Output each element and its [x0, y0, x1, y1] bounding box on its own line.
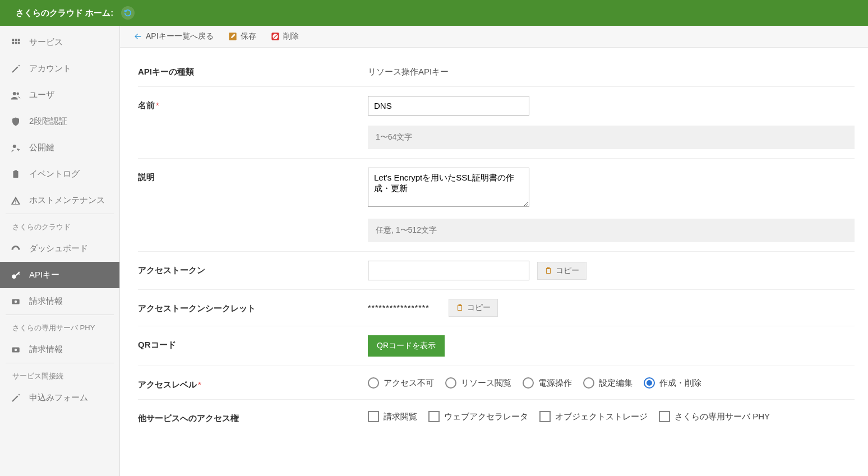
- sidebar-item-label: ダッシュボード: [29, 243, 88, 254]
- radio-icon: [445, 377, 456, 389]
- svg-point-8: [13, 145, 16, 148]
- svg-rect-0: [12, 39, 14, 41]
- checkbox-other-access[interactable]: オブジェクトストレージ: [539, 411, 648, 422]
- save-button[interactable]: 保存: [228, 31, 256, 41]
- checkbox-other-access[interactable]: 請求閲覧: [368, 411, 417, 422]
- users-icon: [10, 90, 21, 100]
- checkbox-icon: [659, 411, 670, 422]
- input-description[interactable]: Let's Encryptを用いたSSL証明書の作成・更新: [368, 168, 529, 207]
- radio-access-level[interactable]: 電源操作: [523, 377, 572, 389]
- sidebar-item-label: ホストメンテナンス: [29, 195, 105, 206]
- sidebar-item-label: 申込みフォーム: [29, 392, 88, 403]
- clipboard-icon: [544, 267, 552, 275]
- sidebar-item-billing[interactable]: 請求情報: [0, 288, 119, 315]
- back-link[interactable]: APIキー一覧へ戻る: [133, 31, 214, 41]
- sidebar-item-label: ユーザ: [29, 90, 54, 100]
- row-name: 名前* 1〜64文字: [138, 87, 855, 159]
- svg-rect-1: [15, 39, 17, 41]
- radio-access-level[interactable]: アクセス不可: [368, 377, 434, 389]
- sidebar-item-2fa[interactable]: 2段階認証: [0, 108, 119, 135]
- sidebar-item-label: APIキー: [29, 270, 59, 280]
- row-other-access: 他サービスへのアクセス権 請求閲覧ウェブアクセラレータオブジェクトストレージさく…: [138, 400, 855, 433]
- radio-access-level[interactable]: 作成・削除: [644, 377, 701, 389]
- sidebar-item-account[interactable]: アカウント: [0, 56, 119, 82]
- label-qr: QRコード: [138, 335, 368, 350]
- topbar: さくらのクラウド ホーム:: [0, 0, 868, 26]
- row-access-level: アクセスレベル* アクセス不可リソース閲覧電源操作設定編集作成・削除: [138, 366, 855, 400]
- checkbox-other-access[interactable]: さくらの専用サーバ PHY: [659, 411, 770, 422]
- checkbox-icon: [368, 411, 379, 422]
- copy-label: コピー: [556, 266, 579, 276]
- svg-rect-5: [18, 41, 20, 44]
- svg-point-14: [12, 274, 16, 279]
- sidebar-item-host-maint[interactable]: ホストメンテナンス: [0, 187, 119, 214]
- checkbox-icon: [539, 411, 551, 422]
- label-other-access: 他サービスへのアクセス権: [138, 409, 368, 424]
- sidebar-item-event-log[interactable]: イベントログ: [0, 161, 119, 187]
- radio-access-level[interactable]: 設定編集: [583, 377, 632, 389]
- hint-description: 任意, 1〜512文字: [368, 219, 855, 242]
- row-apikey-type: APIキーの種類 リソース操作APIキー: [138, 53, 855, 87]
- warn-icon: [10, 196, 21, 206]
- refresh-icon: [124, 9, 132, 17]
- radio-label: アクセス不可: [384, 378, 434, 389]
- bill-icon: [10, 345, 21, 355]
- th-icon: [10, 38, 21, 48]
- toolbar: APIキー一覧へ戻る 保存 削除: [120, 26, 868, 48]
- key-icon: [10, 270, 21, 280]
- sidebar-item-api-key[interactable]: APIキー: [0, 262, 119, 288]
- checkbox-label: さくらの専用サーバ PHY: [675, 412, 770, 422]
- secret-mask: *****************: [368, 303, 430, 312]
- svg-rect-4: [15, 41, 17, 44]
- svg-rect-2: [18, 39, 20, 41]
- radio-icon: [644, 377, 655, 389]
- sidebar-group-label: さくらの専用サーバ PHY: [6, 315, 114, 336]
- label-name: 名前*: [138, 96, 368, 111]
- sidebar-item-label: アカウント: [29, 63, 71, 74]
- svg-point-6: [13, 92, 16, 95]
- radio-access-level[interactable]: リソース閲覧: [445, 377, 511, 389]
- input-name[interactable]: [368, 96, 529, 115]
- gauge-icon: [10, 244, 21, 254]
- checkbox-label: ウェブアクセラレータ: [444, 412, 528, 422]
- label-description: 説明: [138, 168, 368, 183]
- delete-label: 削除: [283, 31, 299, 41]
- label-apikey-type: APIキーの種類: [138, 62, 368, 77]
- sidebar-item-user[interactable]: ユーザ: [0, 82, 119, 108]
- checkbox-label: 請求閲覧: [384, 412, 417, 422]
- save-label: 保存: [241, 31, 256, 41]
- delete-button[interactable]: 削除: [271, 31, 299, 41]
- checkbox-label: オブジェクトストレージ: [555, 412, 648, 422]
- sidebar-item-label: 請求情報: [29, 344, 63, 355]
- svg-rect-13: [15, 202, 16, 204]
- show-qr-button[interactable]: QRコードを表示: [368, 335, 445, 357]
- input-token[interactable]: [368, 261, 529, 280]
- sidebar-item-label: 2段階認証: [29, 116, 67, 127]
- sidebar-item-ssh-keys[interactable]: 公開鍵: [0, 135, 119, 161]
- sidebar-item-billing-phy[interactable]: 請求情報: [0, 336, 119, 363]
- radio-label: リソース閲覧: [461, 378, 511, 389]
- bill-icon: [10, 297, 21, 307]
- checkbox-other-access[interactable]: ウェブアクセラレータ: [428, 411, 528, 422]
- sidebar-item-label: サービス: [29, 37, 63, 48]
- refresh-button[interactable]: [121, 6, 135, 20]
- copy-token-button[interactable]: コピー: [537, 262, 587, 280]
- svg-rect-11: [15, 170, 17, 172]
- svg-rect-12: [15, 200, 16, 202]
- radio-label: 作成・削除: [659, 378, 701, 389]
- content: APIキー一覧へ戻る 保存 削除 APIキーの種類 リソース操作APIキー: [120, 26, 868, 476]
- svg-rect-10: [13, 171, 19, 178]
- label-access-level: アクセスレベル*: [138, 375, 368, 390]
- clipboard-icon: [10, 169, 21, 179]
- sidebar: サービスアカウントユーザ2段階認証公開鍵イベントログホストメンテナンスさくらのク…: [0, 26, 120, 476]
- app-title: さくらのクラウド ホーム:: [16, 8, 113, 19]
- clipboard-icon: [456, 304, 464, 312]
- sidebar-item-services[interactable]: サービス: [0, 29, 119, 56]
- svg-point-7: [17, 92, 20, 95]
- copy-secret-button[interactable]: コピー: [449, 299, 498, 317]
- copy-secret-label: コピー: [467, 303, 491, 313]
- hint-name: 1〜64文字: [368, 126, 855, 149]
- sidebar-item-dashboard[interactable]: ダッシュボード: [0, 235, 119, 262]
- sidebar-item-apply-form[interactable]: 申込みフォーム: [0, 385, 119, 411]
- key-person-icon: [10, 143, 21, 153]
